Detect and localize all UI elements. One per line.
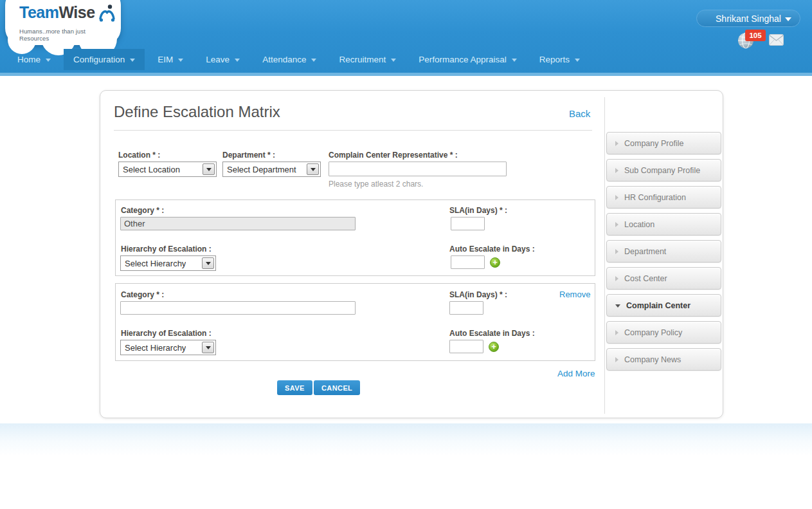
dropdown-arrow-icon: [202, 257, 214, 269]
sidebar-item-label: Company Policy: [624, 328, 682, 337]
nav-item-eim[interactable]: EIM: [148, 49, 193, 70]
department-select[interactable]: Select Department: [222, 162, 321, 177]
logo-tagline: Humans..more than just Resources: [19, 28, 116, 42]
sidebar-item-department[interactable]: Department: [606, 240, 721, 263]
sidebar-item-company-news[interactable]: Company News: [606, 348, 721, 371]
user-menu-button[interactable]: Shrikant Singhal: [696, 10, 800, 27]
sidebar-item-complain-center[interactable]: Complain Center: [606, 294, 721, 317]
nav-item-reports[interactable]: Reports: [530, 49, 590, 70]
brand-wise: Wise: [59, 3, 95, 21]
sidebar-item-label: Company News: [624, 355, 681, 364]
location-label: Location * :: [118, 151, 160, 160]
save-button[interactable]: SAVE: [277, 380, 312, 395]
sidebar-item-hr-configuration[interactable]: HR Configuration: [606, 186, 721, 208]
chevron-down-icon: [575, 59, 580, 62]
chevron-down-icon: [130, 59, 135, 62]
dropdown-arrow-icon: [202, 342, 214, 353]
add-escalation-plus-icon[interactable]: [489, 342, 499, 352]
sidebar-item-company-policy[interactable]: Company Policy: [606, 321, 721, 344]
nav-item-configuration[interactable]: Configuration: [64, 49, 145, 70]
mail-icon[interactable]: [769, 34, 784, 46]
nav-label: Performance Appraisal: [419, 55, 507, 64]
nav-item-leave[interactable]: Leave: [196, 49, 249, 70]
hierarchy-select[interactable]: Select Hierarchy: [120, 255, 216, 271]
page-title: Define Escalation Matrix: [114, 103, 280, 121]
nav-item-recruitment[interactable]: Recruitment: [329, 49, 406, 70]
cancel-button[interactable]: CANCEL: [314, 380, 360, 395]
chevron-down-icon: [46, 59, 51, 62]
chevron-right-icon: [615, 195, 618, 200]
hierarchy-label: Hierarchy of Escalation :: [121, 329, 212, 338]
nav-label: Configuration: [73, 55, 125, 64]
nav-item-performance-appraisal[interactable]: Performance Appraisal: [409, 49, 527, 70]
sidebar-item-label: Department: [624, 247, 666, 256]
nav-label: EIM: [158, 55, 173, 64]
sla-label: SLA(in Days) * :: [449, 290, 507, 299]
add-escalation-plus-icon[interactable]: [490, 257, 500, 268]
representative-input[interactable]: [329, 162, 507, 176]
location-select-value: Select Location: [119, 165, 180, 174]
chevron-right-icon: [615, 357, 618, 362]
header: TeamWise Humans..more than just Resource…: [0, 0, 812, 73]
dropdown-arrow-icon: [307, 163, 319, 175]
header-accent-strip: [0, 73, 812, 76]
notification-count-badge[interactable]: 105: [745, 30, 766, 41]
chevron-right-icon: [615, 168, 618, 173]
main-navigation: Home Configuration EIM Leave Attendance …: [8, 49, 593, 70]
chevron-down-icon: [311, 59, 316, 62]
location-select[interactable]: Select Location: [118, 162, 217, 177]
brand-text: TeamWise: [19, 4, 95, 21]
department-label: Department * :: [222, 151, 275, 160]
chevron-down-icon: [785, 17, 791, 21]
department-select-value: Select Department: [223, 165, 296, 174]
sidebar-item-location[interactable]: Location: [606, 213, 721, 236]
sidebar-item-company-profile[interactable]: Company Profile: [606, 132, 721, 154]
nav-item-home[interactable]: Home: [8, 49, 60, 70]
user-name: Shrikant Singhal: [716, 14, 781, 24]
sidebar-item-label: Sub Company Profile: [624, 166, 700, 175]
nav-label: Attendance: [262, 55, 306, 64]
hierarchy-select-value: Select Hierarchy: [121, 343, 186, 353]
auto-escalate-input[interactable]: [451, 255, 485, 269]
sidebar-divider: [604, 97, 605, 414]
back-link[interactable]: Back: [569, 108, 590, 119]
nav-item-attendance[interactable]: Attendance: [253, 49, 326, 70]
category-input[interactable]: [120, 217, 356, 230]
auto-escalate-input[interactable]: [449, 340, 483, 353]
people-icon: [97, 4, 116, 26]
category-label: Category * :: [121, 206, 164, 215]
representative-hint: Please type atleast 2 chars.: [329, 180, 423, 189]
category-input[interactable]: [120, 301, 356, 315]
hierarchy-select-value: Select Hierarchy: [121, 259, 186, 268]
dropdown-arrow-icon: [203, 163, 215, 175]
chevron-down-icon: [391, 59, 396, 62]
sla-input[interactable]: [449, 301, 483, 315]
title-divider: [114, 130, 592, 131]
hierarchy-select[interactable]: Select Hierarchy: [120, 340, 216, 355]
sla-input[interactable]: [451, 217, 485, 230]
sidebar-item-sub-company-profile[interactable]: Sub Company Profile: [606, 159, 721, 181]
auto-escalate-label: Auto Escalate in Days :: [449, 245, 535, 254]
sidebar-item-label: HR Configuration: [624, 193, 686, 202]
nav-label: Home: [17, 55, 41, 64]
sidebar-item-label: Company Profile: [624, 139, 683, 148]
add-more-link[interactable]: Add More: [557, 369, 595, 378]
content-card: Define Escalation Matrix Back Location *…: [100, 90, 723, 418]
sidebar-item-cost-center[interactable]: Cost Center: [606, 267, 721, 290]
nav-label: Reports: [539, 55, 570, 64]
representative-label: Complain Center Representative * :: [329, 151, 458, 160]
logo-cloud: TeamWise Humans..more than just Resource…: [5, 0, 121, 45]
chevron-right-icon: [615, 330, 618, 335]
sidebar-item-label: Complain Center: [626, 301, 690, 310]
chevron-down-icon: [178, 59, 183, 62]
chevron-right-icon: [615, 222, 618, 227]
category-section-2: Category * : SLA(in Days) * : Remove Hie…: [115, 283, 595, 361]
brand-team: Team: [19, 3, 59, 21]
app-logo[interactable]: TeamWise Humans..more than just Resource…: [19, 4, 116, 42]
remove-link[interactable]: Remove: [559, 290, 590, 299]
app-window: TeamWise Humans..more than just Resource…: [0, 0, 812, 509]
sidebar-item-label: Location: [624, 220, 654, 229]
nav-label: Leave: [206, 55, 230, 64]
footer: © Copyright 2012-2014 TeamWise | Terms o…: [0, 423, 812, 456]
hierarchy-label: Hierarchy of Escalation :: [121, 245, 212, 254]
